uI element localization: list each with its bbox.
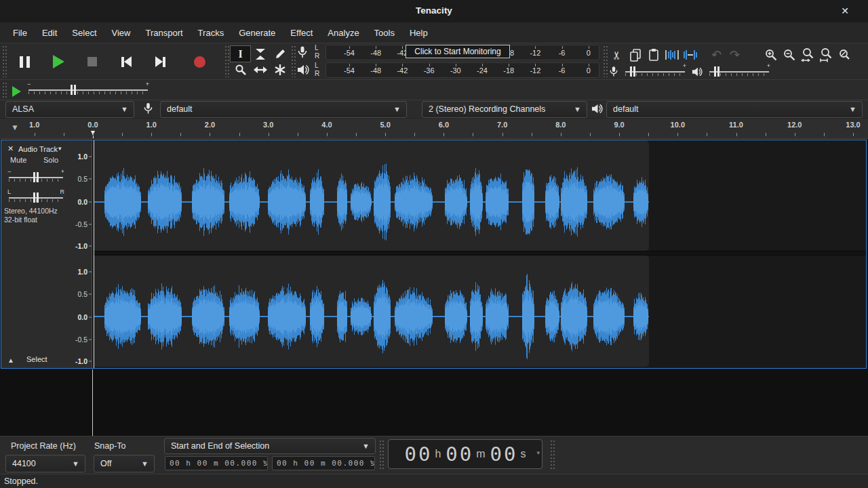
menu-item-transport[interactable]: Transport [138,24,190,41]
pause-button[interactable] [12,49,37,74]
dock-grip[interactable] [551,441,555,469]
channel-left[interactable] [93,140,866,251]
menu-item-select[interactable]: Select [64,24,104,41]
play-at-speed-slider[interactable]: − + [28,84,148,96]
project-rate-label: Project Rate (Hz) [11,441,76,451]
mute-button[interactable]: Mute [10,156,26,164]
menu-item-tracks[interactable]: Tracks [191,24,232,41]
collapse-track-icon[interactable]: ▲ [7,357,14,364]
transport-toolbar-grip[interactable] [3,46,7,77]
silence-audio-button[interactable] [681,46,699,64]
ruler-tick [766,133,766,136]
gain-slider[interactable]: − + [9,171,63,184]
select-button[interactable]: Select [26,355,47,363]
play-at-speed-icon[interactable] [12,86,21,97]
status-text: Stopped. [4,476,38,486]
undo-button[interactable]: ↶ [707,46,726,64]
project-rate-select[interactable]: 44100 ▼ [5,455,85,472]
selection-mode-select[interactable]: Start and End of Selection ▼ [164,438,376,454]
menu-item-edit[interactable]: Edit [35,24,64,41]
ruler-tick [677,133,678,136]
timeline-options-icon[interactable]: ▼ [11,123,19,132]
playback-volume-slider[interactable]: + [709,66,769,78]
copy-button[interactable] [626,46,644,64]
play-button[interactable] [46,49,71,74]
solo-button[interactable]: Solo [43,156,58,164]
skip-to-end-button[interactable] [148,49,172,74]
time-toolbar-grip[interactable] [380,441,384,469]
multi-tool-button[interactable] [270,62,290,77]
ruler-tick [590,133,591,136]
menu-item-analyze[interactable]: Analyze [320,24,366,41]
timeline-ruler[interactable]: ▼ 1.00.01.02.03.04.05.06.07.08.09.010.01… [0,119,868,139]
menu-item-effect[interactable]: Effect [283,24,320,41]
zoom-out-button[interactable] [780,46,798,64]
audio-host-select[interactable]: ALSA ▼ [5,101,134,118]
ruler-label: 0.0 [87,121,98,129]
audio-position-display[interactable]: 00h 00m 00s ▾ [388,439,542,469]
zoom-toggle-button[interactable] [835,46,853,64]
zoom-in-button[interactable] [762,46,780,64]
monitoring-tooltip[interactable]: Click to Start Monitoring [406,45,510,58]
close-icon[interactable]: ✕ [841,5,849,16]
play-at-speed-thumb[interactable] [71,85,76,95]
ruler-label: 11.0 [729,121,743,129]
zoom-tool-button[interactable] [231,62,250,77]
skip-to-start-button[interactable] [114,49,138,74]
vertical-scale-label: 0.5 [77,175,87,183]
recording-volume-thumb[interactable] [630,66,635,77]
ruler-label: 6.0 [439,121,449,129]
ruler-label: 9.0 [614,121,624,129]
redo-button[interactable]: ↷ [726,46,744,64]
track-view[interactable]: ✕ Audio Track ▾ Mute Solo − + L R [0,139,868,436]
selection-end-field[interactable]: 00 h 00 m 00.000 s ▾ [272,456,375,470]
vertical-scale-tick [89,246,92,247]
snap-to-select[interactable]: Off ▼ [94,455,155,472]
track-menu-icon[interactable]: ▾ [58,145,62,152]
cut-button[interactable]: ✂ [608,46,626,64]
selection-tool-button[interactable]: I [231,46,250,62]
recording-volume-slider[interactable]: + [625,66,685,78]
gain-thumb[interactable] [33,172,39,182]
playback-device-value: default [613,104,639,114]
selection-start-field[interactable]: 00 h 00 m 00.000 s ▾ [165,456,268,470]
envelope-tool-button[interactable] [250,46,270,62]
trim-audio-button[interactable] [663,46,681,64]
record-button[interactable] [187,49,212,74]
paste-button[interactable] [644,46,663,64]
vertical-scale-ruler[interactable]: 1.00.50.0-0.5-1.01.00.50.0-0.5-1.0 [69,140,92,368]
meter-scale-label: -18 [503,66,514,75]
mixer-toolbar: + + [609,64,769,79]
channel-right[interactable] [93,256,866,367]
draw-tool-button[interactable] [270,46,290,62]
menu-item-file[interactable]: File [5,24,35,41]
pan-slider[interactable]: L R [9,192,63,204]
menu-item-tools[interactable]: Tools [367,24,402,41]
play-at-speed-grip[interactable] [3,83,7,98]
chevron-down-icon: ▼ [141,460,149,468]
menu-item-view[interactable]: View [104,24,138,41]
track-title[interactable]: Audio Track [18,145,58,153]
fit-selection-button[interactable] [798,46,816,64]
timeshift-tool-button[interactable] [250,62,270,77]
recording-channels-select[interactable]: 2 (Stereo) Recording Channels ▼ [422,101,587,118]
fit-project-button[interactable] [816,46,835,64]
menu-item-help[interactable]: Help [402,24,435,41]
playback-device-select[interactable]: default ▼ [606,101,863,118]
audio-clip-right[interactable] [94,256,649,367]
stop-button[interactable] [80,49,104,74]
waveform-area[interactable] [93,140,866,368]
meter-scale-label: -48 [370,66,381,75]
audio-track[interactable]: ✕ Audio Track ▾ Mute Solo − + L R [1,140,867,369]
tools-toolbar-grip[interactable] [225,46,230,77]
audio-clip-left[interactable] [94,140,649,251]
pan-thumb[interactable] [33,192,39,203]
playback-meter[interactable]: L R -54-48-42-36-30-24-18-12-60 [296,62,602,79]
recording-device-select[interactable]: default ▼ [160,101,407,118]
ruler-tick [356,133,357,136]
close-track-icon[interactable]: ✕ [7,144,14,153]
project-rate-value: 44100 [12,459,36,468]
menu-item-generate[interactable]: Generate [231,24,283,41]
playback-volume-thumb[interactable] [714,66,719,77]
chevron-down-icon: ▼ [574,105,581,113]
